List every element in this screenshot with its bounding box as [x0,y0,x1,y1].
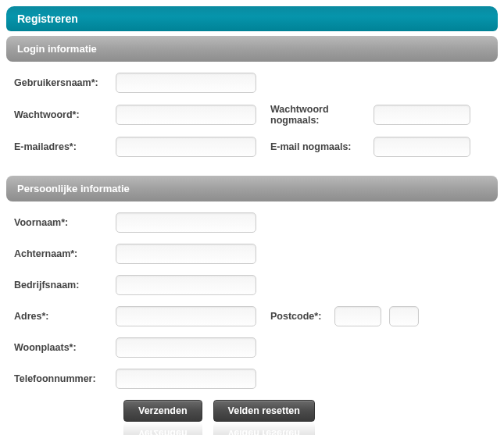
postcode-digits-input[interactable] [334,306,381,326]
firstname-label: Voornaam*: [14,217,116,228]
section-header-personal: Persoonlijke informatie [6,176,498,201]
postcode-label: Postcode*: [256,311,334,322]
password-again-input[interactable] [374,105,470,125]
lastname-input[interactable] [116,244,256,264]
phone-label: Telefoonnummer: [14,373,116,384]
submit-button-reflection: Verzenden [123,423,202,435]
company-label: Bedrijfsnaam: [14,280,116,291]
password-input[interactable] [116,105,256,125]
username-input[interactable] [116,73,256,93]
postcode-letters-input[interactable] [389,306,419,326]
password-label: Wachtwoord*: [14,109,116,120]
address-label: Adres*: [14,311,116,322]
phone-input[interactable] [116,369,256,389]
username-label: Gebruikersnaam*: [14,77,116,88]
section-header-login: Login informatie [6,36,498,62]
email-input[interactable] [116,137,256,157]
reset-button-reflection: Velden resetten [213,423,315,435]
page-title: Registreren [6,6,498,31]
password-again-label: Wachtwoord nogmaals: [256,104,374,126]
address-input[interactable] [116,306,256,326]
email-again-input[interactable] [374,137,470,157]
reset-button[interactable]: Velden resetten [213,400,315,422]
email-again-label: E-mail nogmaals: [256,141,374,152]
company-input[interactable] [116,275,256,295]
personal-section: Voornaam*: Achternaam*: Bedrijfsnaam: Ad… [6,201,498,435]
city-label: Woonplaats*: [14,342,116,353]
login-section: Gebruikersnaam*: Wachtwoord*: Wachtwoord… [6,62,498,171]
firstname-input[interactable] [116,212,256,233]
email-label: E-mailadres*: [14,141,116,152]
city-input[interactable] [116,337,256,358]
lastname-label: Achternaam*: [14,248,116,259]
submit-button[interactable]: Verzenden [123,400,202,422]
